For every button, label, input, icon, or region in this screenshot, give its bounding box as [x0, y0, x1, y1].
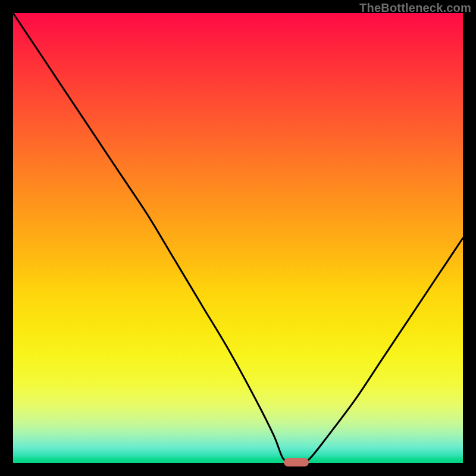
optimal-marker: [284, 458, 309, 466]
watermark-text: TheBottleneck.com: [359, 1, 471, 15]
chart-frame: TheBottleneck.com: [0, 0, 476, 476]
plot-area: [13, 13, 463, 463]
bottleneck-curve: [13, 13, 463, 463]
